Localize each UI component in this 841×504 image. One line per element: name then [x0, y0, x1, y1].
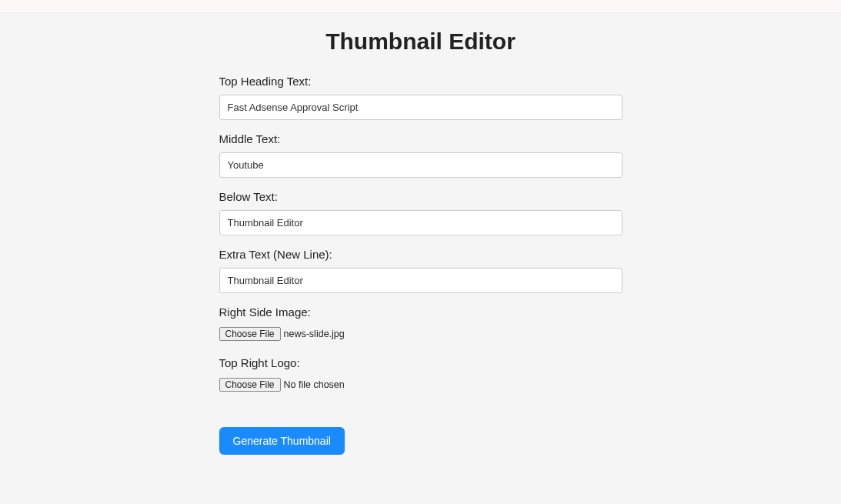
- top-right-logo-filename: No file chosen: [284, 379, 345, 390]
- field-group-top-heading: Top Heading Text:: [219, 75, 622, 120]
- middle-text-label: Middle Text:: [219, 132, 622, 145]
- top-heading-input[interactable]: [219, 95, 622, 120]
- top-heading-label: Top Heading Text:: [219, 75, 622, 88]
- field-group-middle-text: Middle Text:: [219, 132, 622, 178]
- editor-form: Thumbnail Editor Top Heading Text: Middl…: [219, 13, 622, 455]
- top-right-logo-choose-button[interactable]: Choose File: [219, 378, 281, 392]
- field-group-below-text: Below Text:: [219, 190, 622, 235]
- field-group-top-right-logo: Top Right Logo: Choose File No file chos…: [219, 356, 622, 392]
- top-right-logo-file-input[interactable]: Choose File No file chosen: [219, 378, 345, 392]
- field-group-right-image: Right Side Image: Choose File news-slide…: [219, 305, 622, 341]
- extra-text-label: Extra Text (New Line):: [219, 248, 622, 261]
- right-image-file-input[interactable]: Choose File news-slide.jpg: [219, 327, 345, 341]
- page-title: Thumbnail Editor: [219, 28, 622, 55]
- extra-text-input[interactable]: [219, 268, 622, 293]
- right-image-choose-button[interactable]: Choose File: [219, 327, 281, 341]
- middle-text-input[interactable]: [219, 152, 622, 178]
- field-group-extra-text: Extra Text (New Line):: [219, 248, 622, 293]
- top-bar: [0, 0, 841, 13]
- right-image-label: Right Side Image:: [219, 305, 622, 319]
- right-image-filename: news-slide.jpg: [284, 329, 345, 339]
- below-text-label: Below Text:: [219, 190, 622, 203]
- top-right-logo-label: Top Right Logo:: [219, 356, 622, 369]
- below-text-input[interactable]: [219, 210, 622, 235]
- generate-thumbnail-button[interactable]: Generate Thumbnail: [219, 427, 345, 455]
